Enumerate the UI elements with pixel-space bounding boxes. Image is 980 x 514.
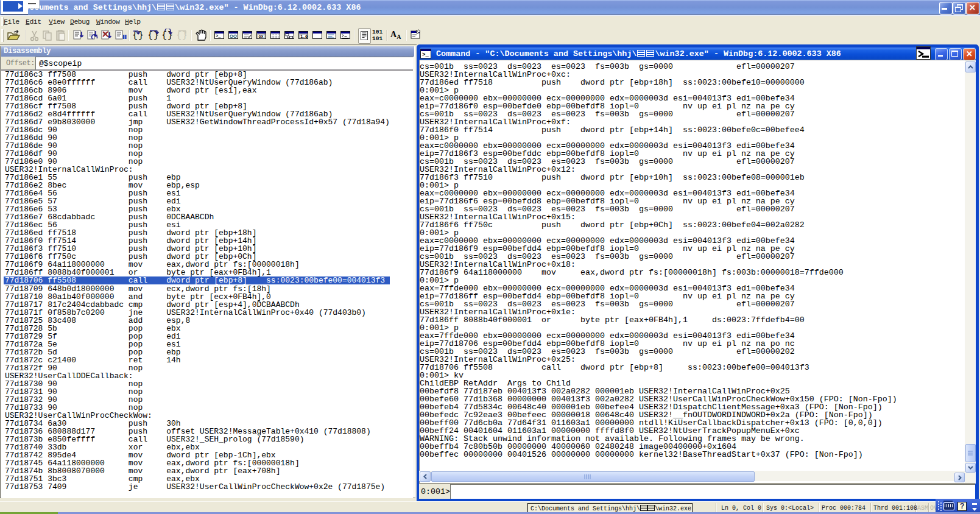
svg-text:1.o: 1.o <box>300 35 308 39</box>
svg-text:ox: ox <box>258 34 263 39</box>
